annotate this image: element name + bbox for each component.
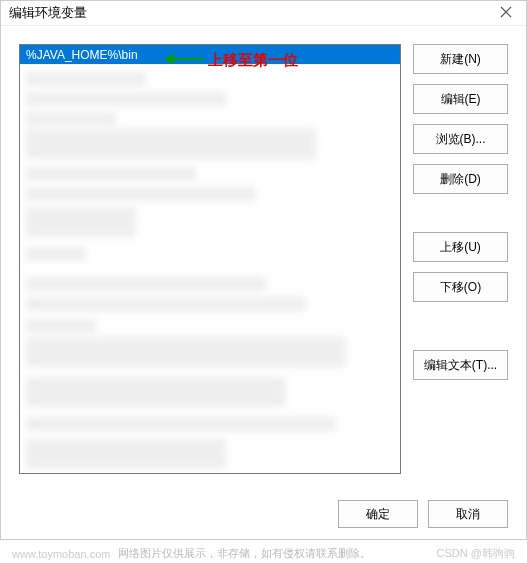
watermark-author: CSDN @韩驹驹 bbox=[437, 546, 515, 561]
new-button[interactable]: 新建(N) bbox=[413, 44, 508, 74]
browse-button[interactable]: 浏览(B)... bbox=[413, 124, 508, 154]
list-item-selected[interactable]: %JAVA_HOME%\bin bbox=[20, 45, 400, 65]
close-icon bbox=[500, 6, 512, 21]
watermark-site: www.toymoban.com bbox=[12, 548, 110, 560]
ok-button[interactable]: 确定 bbox=[338, 500, 418, 528]
edit-text-button[interactable]: 编辑文本(T)... bbox=[413, 350, 508, 380]
watermark: www.toymoban.com 网络图片仅供展示，非存储，如有侵权请联系删除。… bbox=[0, 546, 527, 561]
dialog-footer: 确定 取消 bbox=[1, 492, 526, 542]
dialog-content: %JAVA_HOME%\bin 新建(N) bbox=[1, 26, 526, 492]
watermark-note: 网络图片仅供展示，非存储，如有侵权请联系删除。 bbox=[118, 546, 371, 561]
button-column: 新建(N) 编辑(E) 浏览(B)... 删除(D) 上移(U) 下移(O) 编… bbox=[413, 44, 508, 474]
path-list[interactable]: %JAVA_HOME%\bin bbox=[19, 44, 401, 474]
delete-button[interactable]: 删除(D) bbox=[413, 164, 508, 194]
titlebar: 编辑环境变量 bbox=[1, 1, 526, 26]
cancel-button[interactable]: 取消 bbox=[428, 500, 508, 528]
dialog-title: 编辑环境变量 bbox=[9, 4, 494, 22]
edit-button[interactable]: 编辑(E) bbox=[413, 84, 508, 114]
blurred-list-area bbox=[20, 67, 400, 473]
move-up-button[interactable]: 上移(U) bbox=[413, 232, 508, 262]
env-var-dialog: 编辑环境变量 %JAVA_HOME%\bin bbox=[0, 0, 527, 540]
list-item-text: %JAVA_HOME%\bin bbox=[26, 48, 138, 62]
close-button[interactable] bbox=[494, 1, 518, 25]
move-down-button[interactable]: 下移(O) bbox=[413, 272, 508, 302]
